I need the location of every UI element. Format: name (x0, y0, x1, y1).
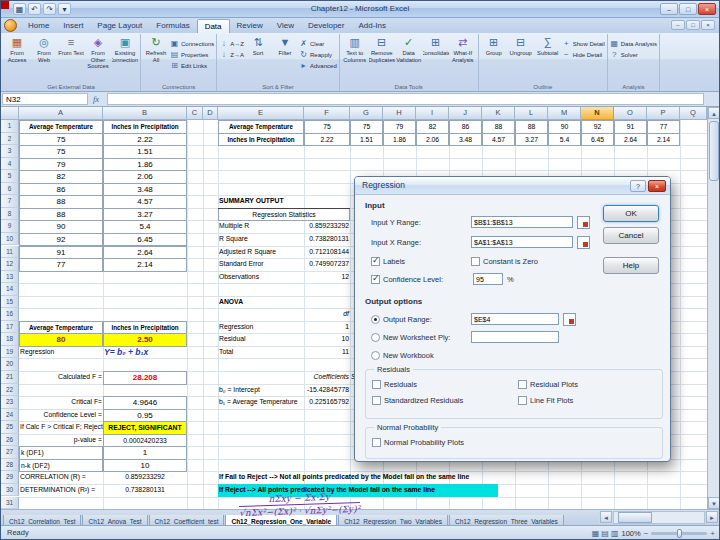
row-header-11[interactable]: 11 (1, 246, 19, 259)
row-header-1[interactable]: 1 (1, 120, 19, 133)
connections-button[interactable]: ▣Connections (170, 39, 214, 48)
cell-B26[interactable]: 0.0002420233 (103, 434, 187, 448)
cell-F11[interactable]: 0.712108144 (304, 246, 350, 260)
row-header-23[interactable]: 23 (1, 396, 19, 409)
cell-H2[interactable]: 1.86 (383, 133, 416, 147)
checkbox-residuals[interactable]: Residuals (372, 378, 518, 390)
hide-detail-button[interactable]: −Hide Detail (562, 50, 605, 59)
cell-B3[interactable]: 1.51 (103, 145, 187, 159)
tab-formulas[interactable]: Formulas (149, 18, 196, 33)
checkbox-residual-plots[interactable]: Residual Plots (518, 378, 656, 390)
cell-P1[interactable]: 77 (647, 120, 680, 134)
scroll-left-icon[interactable]: ◄ (600, 511, 612, 523)
checkbox-standardized-residuals[interactable]: Standardized Residuals (372, 394, 518, 406)
cell-E23[interactable]: b₁ = Average Temperature (218, 396, 304, 410)
qat-dropdown-icon[interactable]: ▾ (58, 3, 71, 15)
cell-B27[interactable]: 1 (103, 446, 187, 460)
cell-A29[interactable]: CORRELATION (R) = (19, 471, 103, 485)
row-header-26[interactable]: 26 (1, 434, 19, 447)
cell-L2[interactable]: 3.27 (515, 133, 548, 147)
text-to-columns-button[interactable]: ▥Text to Columns (342, 35, 368, 81)
scroll-up-icon[interactable]: ▲ (708, 107, 720, 119)
save-icon[interactable]: ▦ (13, 3, 26, 15)
undo-icon[interactable]: ↶ (28, 3, 41, 15)
dialog-help-icon[interactable]: ? (630, 180, 646, 192)
cell-B18[interactable]: 2.50 (103, 333, 187, 347)
cell-E22[interactable]: b₀ = Intercept (218, 384, 304, 398)
ungroup-button[interactable]: ⊟Ungroup (508, 35, 534, 81)
advanced-button[interactable]: ▸Advanced (299, 61, 337, 70)
input-x-range-field[interactable] (471, 236, 573, 248)
clear-button[interactable]: ✗Clear (299, 39, 337, 48)
cell-A19[interactable]: Regression (19, 346, 103, 360)
z-a-button[interactable]: ↓Z→A (219, 50, 244, 59)
cell-E2[interactable]: Inches In Precipitation (218, 133, 304, 147)
column-header-M[interactable]: M (548, 107, 581, 120)
vertical-scrollbar[interactable]: ▲ ▼ (707, 107, 720, 509)
vertical-scroll-thumb[interactable] (709, 121, 719, 181)
cell-A5[interactable]: 82 (19, 170, 103, 184)
dialog-close-icon[interactable]: × (648, 180, 666, 192)
column-header-F[interactable]: F (304, 107, 350, 120)
row-header-4[interactable]: 4 (1, 158, 19, 171)
cell-F18[interactable]: 10 (304, 333, 350, 347)
consolidate-button[interactable]: ⊞Consolidate (423, 35, 449, 81)
cell-B23[interactable]: 4.9646 (103, 396, 187, 410)
cell-B30[interactable]: 0.738280131 (103, 484, 187, 498)
cell-A17[interactable]: Average Temperature (19, 321, 103, 335)
cell-A1[interactable]: Average Temperature (19, 120, 103, 134)
cell-A4[interactable]: 79 (19, 158, 103, 172)
new-workbook-radio[interactable]: New Workbook (371, 351, 434, 360)
tab-page-layout[interactable]: Page Layout (90, 18, 149, 33)
range-picker-icon[interactable] (577, 216, 590, 229)
row-header-25[interactable]: 25 (1, 421, 19, 434)
row-header-22[interactable]: 22 (1, 384, 19, 397)
tab-data[interactable]: Data (197, 19, 230, 33)
cell-J1[interactable]: 86 (449, 120, 482, 134)
cell-B2[interactable]: 2.22 (103, 133, 187, 147)
sheet-tab-ch12-regression-two-variables[interactable]: Ch12_Regression_Two_Variables (338, 515, 448, 525)
sheet-tab-ch12-anova-test[interactable]: Ch12_Anova_Test (82, 515, 147, 525)
help-button[interactable]: Help (603, 257, 659, 274)
row-header-21[interactable]: 21 (1, 371, 19, 384)
cell-B4[interactable]: 1.86 (103, 158, 187, 172)
range-picker-icon[interactable] (577, 236, 590, 249)
remove-duplicates-button[interactable]: ⊟Remove Duplicates (369, 35, 395, 81)
column-header-A[interactable]: A (19, 107, 103, 120)
edit-links-button[interactable]: ⊞Edit Links (170, 61, 214, 70)
row-header-27[interactable]: 27 (1, 446, 19, 459)
cell-G2[interactable]: 1.51 (350, 133, 383, 147)
cell-F13[interactable]: 12 (304, 271, 350, 285)
cell-B9[interactable]: 5.4 (103, 220, 187, 234)
cell-E29[interactable]: If Fail to Reject --> Not all points pre… (218, 471, 304, 485)
cell-B5[interactable]: 2.06 (103, 170, 187, 184)
cell-I1[interactable]: 82 (416, 120, 449, 134)
data-validation-button[interactable]: ✓Data Validation (396, 35, 422, 81)
page-layout-view-icon[interactable]: ▤ (601, 529, 609, 538)
cell-E11[interactable]: Adjusted R Square (218, 246, 304, 260)
row-header-7[interactable]: 7 (1, 195, 19, 208)
column-header-L[interactable]: L (515, 107, 548, 120)
input-y-range-field[interactable] (471, 216, 573, 228)
select-all-corner[interactable] (1, 107, 19, 120)
cell-A8[interactable]: 88 (19, 208, 103, 222)
cell-B1[interactable]: Inches in Precipitation (103, 120, 187, 134)
constant-is-zero-checkbox[interactable]: Constant is Zero (471, 257, 538, 266)
row-header-24[interactable]: 24 (1, 409, 19, 422)
row-header-16[interactable]: 16 (1, 308, 19, 321)
formula-input[interactable] (107, 93, 704, 105)
cell-M2[interactable]: 5.4 (548, 133, 581, 147)
cell-E1[interactable]: Average Temperature (218, 120, 304, 134)
row-header-10[interactable]: 10 (1, 233, 19, 246)
zoom-out-icon[interactable]: − (644, 529, 649, 538)
output-range-field[interactable] (471, 313, 559, 325)
show-detail-button[interactable]: +Show Detail (562, 39, 605, 48)
checkbox-line-fit-plots[interactable]: Line Fit Plots (518, 394, 656, 406)
tab-add-ins[interactable]: Add-Ins (351, 18, 393, 33)
horizontal-scroll-thumb[interactable] (618, 512, 652, 523)
workbook-minimize-icon[interactable]: – (671, 20, 685, 30)
sheet-tab-ch12-regression-three-variables[interactable]: Ch12_Regression_Three_Variables (449, 515, 564, 525)
row-header-9[interactable]: 9 (1, 220, 19, 233)
cell-A3[interactable]: 75 (19, 145, 103, 159)
cell-F21[interactable]: Coefficients (304, 371, 350, 385)
